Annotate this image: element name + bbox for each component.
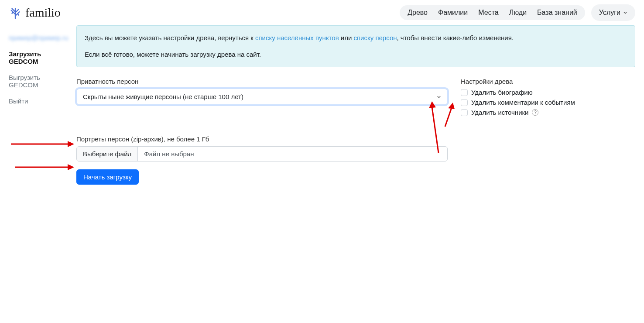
sidebar-download-gedcom[interactable]: Выгрузить GEDCOM	[9, 69, 68, 93]
services-dropdown[interactable]: Услуги	[591, 4, 635, 21]
logo-text: familio	[25, 6, 61, 20]
tree-settings-title: Настройки древа	[461, 78, 635, 85]
privacy-label: Приватность персон	[76, 78, 448, 85]
services-label: Услуги	[599, 9, 620, 17]
info-text-2: Если всё готово, можете начинать загрузк…	[85, 49, 627, 60]
help-icon[interactable]: ?	[532, 109, 538, 116]
file-status: Файл не выбран	[138, 147, 200, 161]
nav-knowledge[interactable]: База знаний	[537, 9, 577, 17]
checkbox-delete-comments[interactable]	[461, 99, 468, 106]
sidebar-logout[interactable]: Выйти	[9, 93, 68, 109]
checkbox-label-bio: Удалить биографию	[471, 89, 533, 96]
main-nav: Древо Фамилии Места Люди База знаний	[400, 5, 585, 20]
sidebar-upload-gedcom[interactable]: Загрузить GEDCOM	[9, 46, 68, 69]
link-persons-list[interactable]: списку персон	[354, 34, 397, 41]
info-text-1b: или	[339, 34, 354, 41]
tree-icon	[9, 6, 22, 19]
sidebar-user-email[interactable]: пример@пример.ru	[9, 30, 68, 46]
info-text-1c: , чтобы внести какие-либо изменения.	[397, 34, 514, 41]
checkbox-label-comments: Удалить комментарии к событиям	[471, 99, 575, 106]
checkbox-label-sources: Удалить источники	[471, 109, 528, 116]
logo[interactable]: familio	[9, 6, 61, 20]
nav-tree[interactable]: Древо	[408, 9, 428, 17]
sidebar: пример@пример.ru Загрузить GEDCOM Выгруз…	[0, 25, 76, 193]
chevron-down-icon	[623, 10, 627, 15]
privacy-select[interactable]: Скрыты ныне живущие персоны (не старше 1…	[76, 89, 448, 105]
file-choose-button[interactable]: Выберите файл	[77, 147, 138, 161]
file-input[interactable]: Выберите файл Файл не выбран	[76, 146, 448, 162]
checkbox-delete-bio[interactable]	[461, 89, 468, 96]
chevron-down-icon	[437, 95, 441, 99]
nav-surnames[interactable]: Фамилии	[438, 9, 468, 17]
checkbox-delete-sources[interactable]	[461, 109, 468, 116]
nav-places[interactable]: Места	[478, 9, 498, 17]
info-text-1a: Здесь вы можете указать настройки древа,…	[85, 34, 255, 41]
link-places-list[interactable]: списку населённых пунктов	[255, 34, 339, 41]
info-banner: Здесь вы можете указать настройки древа,…	[76, 25, 635, 67]
portraits-label: Портреты персон (zip-архив), не более 1 …	[76, 135, 448, 143]
nav-people[interactable]: Люди	[509, 9, 527, 17]
start-upload-button[interactable]: Начать загрузку	[76, 169, 139, 185]
privacy-selected-value: Скрыты ныне живущие персоны (не старше 1…	[83, 93, 243, 100]
